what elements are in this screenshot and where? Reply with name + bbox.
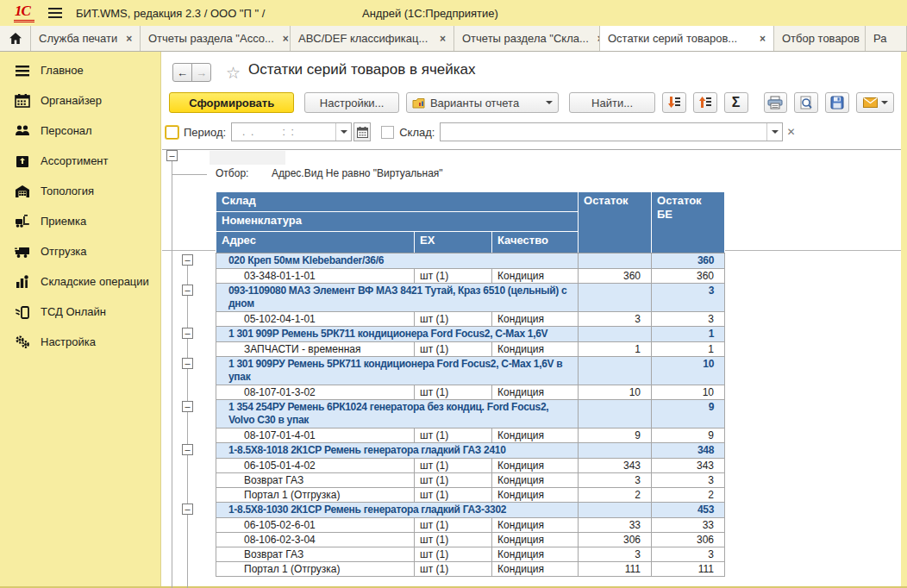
- sidebar-item-8[interactable]: Складские операции: [0, 266, 160, 297]
- main-menu-icon[interactable]: [48, 8, 62, 18]
- page-title: Остатки серий товаров в ячейках: [248, 61, 476, 78]
- sidebar-item-6[interactable]: Приемка: [0, 206, 160, 236]
- group-row[interactable]: 1 301 909Р Ремень 5РК711 кондиционера Fo…: [216, 327, 725, 342]
- collapse-group-icon[interactable]: –: [182, 358, 193, 369]
- collapse-rows-button[interactable]: [693, 92, 717, 113]
- close-icon[interactable]: ×: [283, 33, 289, 45]
- collapse-root-icon[interactable]: –: [166, 150, 178, 161]
- group-row[interactable]: 093-1109080 МАЗ Элемент ВФ МАЗ 8421 Тута…: [216, 284, 725, 312]
- mail-button[interactable]: [856, 92, 894, 113]
- header-qty-be: Остаток БЕ: [652, 192, 725, 253]
- home-icon: [9, 32, 22, 45]
- generate-button[interactable]: Сформировать: [169, 92, 294, 113]
- settings-button[interactable]: Настройки...: [304, 92, 399, 113]
- collapse-group-icon[interactable]: –: [182, 254, 193, 266]
- detail-row[interactable]: ЗАПЧАСТИ - временнаяшт (1)Кондиция11: [216, 342, 725, 357]
- selection-label: Отбор:: [216, 167, 248, 179]
- sidebar-item-5[interactable]: Топология: [0, 176, 160, 206]
- collapse-group-icon[interactable]: –: [182, 401, 193, 412]
- forward-button[interactable]: →: [191, 63, 211, 82]
- sidebar-item-label: ТСД Онлайн: [41, 305, 106, 318]
- back-button[interactable]: ←: [172, 63, 192, 82]
- period-dropdown[interactable]: [335, 123, 351, 141]
- title-bar: 1С БИТ.WMS, редакция 2.3 / ООО "П " / Ан…: [0, 0, 907, 26]
- sidebar-item-4[interactable]: Ассортимент: [0, 146, 160, 176]
- tab-1[interactable]: Служба печати×: [31, 26, 141, 51]
- group-row[interactable]: 1 354 254РУ Ремень 6РК1024 генератора бе…: [216, 400, 725, 428]
- tab-7[interactable]: Ра: [866, 26, 907, 51]
- collapse-group-icon[interactable]: –: [182, 285, 193, 296]
- tree-line: [172, 174, 207, 175]
- content-area: ← → ☆ Остатки серий товаров в ячейках Сф…: [162, 52, 901, 588]
- group-row[interactable]: 1 301 909РУ Ремень 5РК711 кондиционера F…: [216, 357, 725, 385]
- grid-top-border: [162, 149, 901, 150]
- detail-row[interactable]: 05-102-04-1-01шт (1)Кондиция33: [216, 312, 725, 327]
- box-icon: [15, 153, 30, 169]
- header-qty: Остаток: [579, 192, 652, 253]
- detail-row[interactable]: 06-105-02-6-01шт (1)Кондиция3333: [216, 518, 725, 533]
- detail-row[interactable]: 08-106-02-3-04шт (1)Кондиция306306: [216, 533, 725, 547]
- period-calendar-button[interactable]: [353, 122, 371, 141]
- detail-row[interactable]: 06-105-01-4-02шт (1)Кондиция343343: [216, 459, 725, 473]
- close-icon[interactable]: ×: [760, 33, 766, 45]
- totals-button[interactable]: Σ: [724, 92, 748, 113]
- expand-rows-icon: [666, 96, 681, 109]
- sidebar-item-9[interactable]: ТСД Онлайн: [0, 297, 160, 327]
- period-input[interactable]: . . : :: [231, 122, 352, 141]
- sidebar-item-label: Топология: [41, 185, 94, 197]
- tab-2[interactable]: Отчеты раздела "Ассо...×: [141, 26, 291, 51]
- find-button[interactable]: Найти...: [569, 92, 655, 113]
- warehouse-dropdown[interactable]: [766, 123, 782, 141]
- print-button[interactable]: [764, 92, 788, 113]
- expand-rows-button[interactable]: [662, 92, 686, 113]
- header-unit: ЕХ: [415, 232, 492, 253]
- collapse-group-icon[interactable]: –: [182, 444, 193, 455]
- warehouse-input[interactable]: [440, 122, 783, 141]
- sidebar-item-label: Главное: [41, 64, 84, 77]
- detail-row[interactable]: Портал 1 (Отгрузка)шт (1)Кондиция22: [216, 488, 725, 503]
- sidebar-item-7[interactable]: Отгрузка: [0, 236, 160, 266]
- header-quality: Качество: [492, 232, 579, 253]
- warehouse-checkbox[interactable]: [381, 126, 394, 139]
- collapse-group-icon[interactable]: –: [182, 504, 193, 515]
- tab-3[interactable]: ABC/DEF классификац...×: [291, 26, 454, 51]
- close-icon[interactable]: ×: [126, 33, 132, 45]
- sidebar-item-3[interactable]: Персонал: [0, 116, 160, 146]
- preview-button[interactable]: [794, 92, 818, 113]
- tab-bar: Служба печати×Отчеты раздела "Ассо...×AB…: [0, 26, 907, 52]
- grid-cursor-cell[interactable]: [210, 151, 285, 165]
- close-icon[interactable]: ×: [440, 33, 446, 45]
- group-row[interactable]: 020 Креп 50мм Klebebander/36/6360: [216, 253, 725, 269]
- tab-label: ABC/DEF классификац...: [298, 32, 428, 45]
- operations-icon: [15, 274, 30, 290]
- tab-6[interactable]: Отбор товаров×: [774, 26, 866, 51]
- group-row[interactable]: 1-8.5Х8-1030 2К1СР Ремень генератора гла…: [216, 503, 725, 518]
- selection-value: Адрес.Вид Не равно "Виртуальная": [272, 167, 443, 179]
- tab-4[interactable]: Отчеты раздела "Скла...×: [454, 26, 600, 51]
- tab-5[interactable]: Остатки серий товаров...×: [600, 26, 774, 51]
- detail-row[interactable]: 08-107-01-3-02шт (1)Кондиция1010: [216, 385, 725, 400]
- mobile-icon: [15, 304, 30, 320]
- period-checkbox[interactable]: [166, 126, 178, 139]
- report-table: СкладОстатокОстаток БЕНоменклатураАдресЕ…: [216, 191, 725, 577]
- detail-row[interactable]: Портал 1 (Отгрузка)шт (1)Кондиция111111: [216, 562, 725, 577]
- detail-row[interactable]: Возврат ГАЗшт (1)Кондиция33: [216, 473, 725, 488]
- chevron-down-icon: [546, 101, 553, 104]
- favorite-star-icon[interactable]: ☆: [226, 63, 241, 83]
- tab-label: Служба печати: [39, 32, 117, 45]
- calendar-icon: [357, 127, 368, 138]
- report-variants-button[interactable]: Варианты отчета: [406, 92, 559, 113]
- tab-home[interactable]: [0, 26, 31, 51]
- collapse-group-icon[interactable]: –: [182, 328, 193, 339]
- warehouse-clear-icon[interactable]: ✕: [786, 126, 795, 138]
- people-icon: [15, 123, 30, 139]
- detail-row[interactable]: 08-107-01-4-01шт (1)Кондиция99: [216, 428, 725, 443]
- sidebar-item-1[interactable]: Главное: [0, 55, 160, 85]
- group-row[interactable]: 1-8.5Х8-1018 2К1СР Ремень генератора гла…: [216, 443, 725, 459]
- sidebar-item-2[interactable]: Органайзер: [0, 85, 160, 116]
- detail-row[interactable]: 03-348-01-1-01шт (1)Кондиция360360: [216, 269, 725, 284]
- save-button[interactable]: [825, 92, 849, 113]
- truck-icon: [15, 244, 30, 260]
- sidebar-item-10[interactable]: Настройка: [0, 327, 160, 357]
- detail-row[interactable]: Возврат ГАЗшт (1)Кондиция33: [216, 547, 725, 562]
